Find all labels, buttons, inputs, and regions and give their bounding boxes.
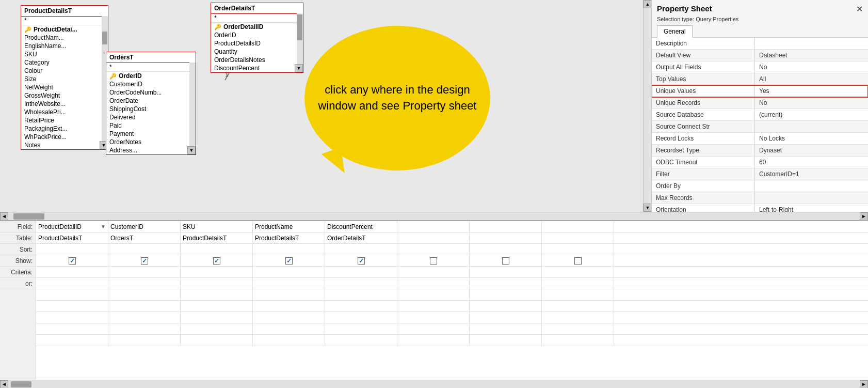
qbe-field-2[interactable]: SKU bbox=[181, 221, 253, 232]
qbe-empty-qbe-empty-row-3-0 bbox=[36, 312, 108, 323]
qbe-or-5[interactable] bbox=[397, 278, 470, 289]
qbe-show-1[interactable]: ✓ bbox=[108, 255, 181, 266]
qbe-show-5[interactable] bbox=[397, 255, 470, 266]
scroll-down-btn[interactable]: ▼ bbox=[644, 204, 652, 212]
table-orderst[interactable]: OrdersT * 🔑 OrderID CustomerID OrderCode… bbox=[106, 52, 196, 155]
prop-row-unique-records[interactable]: Unique RecordsNo bbox=[652, 97, 868, 109]
qbe-table-6[interactable] bbox=[470, 232, 542, 243]
qbe-hscroll-thumb[interactable] bbox=[11, 381, 31, 387]
design-vscroll[interactable]: ▲ ▼ bbox=[643, 0, 651, 212]
checkbox-7[interactable] bbox=[574, 257, 582, 265]
qbe-or-6[interactable] bbox=[470, 278, 542, 289]
qbe-show-3[interactable]: ✓ bbox=[253, 255, 325, 266]
qbe-hscroll-right[interactable]: ► bbox=[860, 380, 868, 389]
qbe-empty-qbe-empty-row-1-5 bbox=[397, 289, 470, 300]
qbe-show-4[interactable]: ✓ bbox=[325, 255, 397, 266]
prop-value-2: No bbox=[755, 61, 868, 73]
prop-row-description[interactable]: Description bbox=[652, 38, 868, 50]
qbe-show-6[interactable] bbox=[470, 255, 542, 266]
qbe-field-5[interactable] bbox=[397, 221, 470, 232]
prop-row-max-records[interactable]: Max Records bbox=[652, 192, 868, 204]
checkbox-3[interactable]: ✓ bbox=[285, 257, 293, 265]
prop-row-unique-values[interactable]: Unique ValuesYes bbox=[652, 85, 868, 97]
prop-row-filter[interactable]: FilterCustomerID=1 bbox=[652, 168, 868, 180]
prop-label-14: Orientation bbox=[652, 204, 755, 212]
qbe-show-2[interactable]: ✓ bbox=[181, 255, 253, 266]
prop-row-source-database[interactable]: Source Database(current) bbox=[652, 109, 868, 121]
qbe-criteria-4[interactable] bbox=[325, 267, 397, 277]
scroll-down-orderdetails[interactable]: ▼ bbox=[295, 64, 303, 72]
property-sheet: Property Sheet ✕ Selection type: Query P… bbox=[651, 0, 868, 212]
qbe-field-7[interactable] bbox=[542, 221, 614, 232]
qbe-criteria-2[interactable] bbox=[181, 267, 253, 277]
qbe-show-0[interactable]: ✓ bbox=[36, 255, 108, 266]
scroll-down-orders[interactable]: ▼ bbox=[187, 146, 196, 154]
qbe-field-6[interactable] bbox=[470, 221, 542, 232]
qbe-or-7[interactable] bbox=[542, 278, 614, 289]
qbe-or-3[interactable] bbox=[253, 278, 325, 289]
qbe-or-1[interactable] bbox=[108, 278, 181, 289]
design-canvas[interactable]: ∞ 1 1 ∞ ProductDetailsT * 🔑 ProductDetai… bbox=[0, 0, 643, 212]
close-btn[interactable]: ✕ bbox=[856, 4, 863, 14]
qbe-sort-5[interactable] bbox=[397, 244, 470, 255]
checkbox-4[interactable]: ✓ bbox=[358, 257, 365, 265]
prop-row-source-connect-str[interactable]: Source Connect Str bbox=[652, 121, 868, 133]
scroll-up-btn[interactable]: ▲ bbox=[644, 0, 652, 8]
checkbox-2[interactable]: ✓ bbox=[213, 257, 220, 265]
checkbox-1[interactable]: ✓ bbox=[141, 257, 148, 265]
checkbox-5[interactable] bbox=[430, 257, 437, 265]
qbe-criteria-1[interactable] bbox=[108, 267, 181, 277]
prop-row-output-all-fields[interactable]: Output All FieldsNo bbox=[652, 61, 868, 73]
qbe-sort-7[interactable] bbox=[542, 244, 614, 255]
hscroll-right[interactable]: ► bbox=[860, 212, 868, 221]
prop-value-7 bbox=[755, 121, 868, 132]
field-dropdown-0[interactable]: ▼ bbox=[101, 224, 106, 229]
field-delivered: Delivered bbox=[106, 113, 196, 121]
qbe-table-4[interactable]: OrderDetailsT bbox=[325, 232, 397, 243]
qbe-show-7[interactable] bbox=[542, 255, 614, 266]
prop-row-recordset-type[interactable]: Recordset TypeDynaset bbox=[652, 145, 868, 157]
qbe-criteria-0[interactable] bbox=[36, 267, 108, 277]
qbe-field-4[interactable]: DiscountPercent bbox=[325, 221, 397, 232]
prop-label-3: Top Values bbox=[652, 73, 755, 85]
qbe-sort-2[interactable] bbox=[181, 244, 253, 255]
qbe-sort-6[interactable] bbox=[470, 244, 542, 255]
qbe-field-3[interactable]: ProductName bbox=[253, 221, 325, 232]
qbe-criteria-5[interactable] bbox=[397, 267, 470, 277]
qbe-field-1[interactable]: CustomerID bbox=[108, 221, 181, 232]
prop-row-order-by[interactable]: Order By bbox=[652, 180, 868, 192]
qbe-table-1[interactable]: OrdersT bbox=[108, 232, 181, 243]
table-productdetailst[interactable]: ProductDetailsT * 🔑 ProductDetai... Prod… bbox=[21, 5, 108, 150]
qbe-table-2[interactable]: ProductDetailsT bbox=[181, 232, 253, 243]
canvas-hscroll[interactable]: ◄ ► bbox=[0, 212, 868, 220]
qbe-table-3[interactable]: ProductDetailsT bbox=[253, 232, 325, 243]
qbe-criteria-7[interactable] bbox=[542, 267, 614, 277]
prop-row-odbc-timeout[interactable]: ODBC Timeout60 bbox=[652, 157, 868, 168]
qbe-sort-0[interactable] bbox=[36, 244, 108, 255]
qbe-sort-4[interactable] bbox=[325, 244, 397, 255]
qbe-hscroll[interactable]: ◄ ► bbox=[0, 380, 868, 388]
hscroll-left[interactable]: ◄ bbox=[0, 212, 8, 221]
prop-row-top-values[interactable]: Top ValuesAll bbox=[652, 73, 868, 85]
qbe-field-0[interactable]: ProductDetailID▼ bbox=[36, 221, 108, 232]
qbe-sort-1[interactable] bbox=[108, 244, 181, 255]
qbe-table-5[interactable] bbox=[397, 232, 470, 243]
qbe-table-0[interactable]: ProductDetailsT bbox=[36, 232, 108, 243]
qbe-or-2[interactable] bbox=[181, 278, 253, 289]
hscroll-thumb[interactable] bbox=[13, 213, 44, 220]
table-orderdetailst[interactable]: OrderDetailsT * 🔑 OrderDetailID OrderID … bbox=[211, 3, 303, 73]
label-or: or: bbox=[0, 278, 36, 289]
prop-row-default-view[interactable]: Default ViewDatasheet bbox=[652, 50, 868, 61]
qbe-sort-3[interactable] bbox=[253, 244, 325, 255]
checkbox-0[interactable]: ✓ bbox=[69, 257, 76, 265]
qbe-criteria-6[interactable] bbox=[470, 267, 542, 277]
qbe-table-7[interactable] bbox=[542, 232, 614, 243]
qbe-or-4[interactable] bbox=[325, 278, 397, 289]
checkbox-6[interactable] bbox=[502, 257, 509, 265]
qbe-or-0[interactable] bbox=[36, 278, 108, 289]
qbe-criteria-3[interactable] bbox=[253, 267, 325, 277]
qbe-hscroll-left[interactable]: ◄ bbox=[0, 380, 8, 389]
prop-row-orientation[interactable]: OrientationLeft-to-Right bbox=[652, 204, 868, 212]
prop-row-record-locks[interactable]: Record LocksNo Locks bbox=[652, 133, 868, 145]
tab-general[interactable]: General bbox=[657, 25, 693, 38]
